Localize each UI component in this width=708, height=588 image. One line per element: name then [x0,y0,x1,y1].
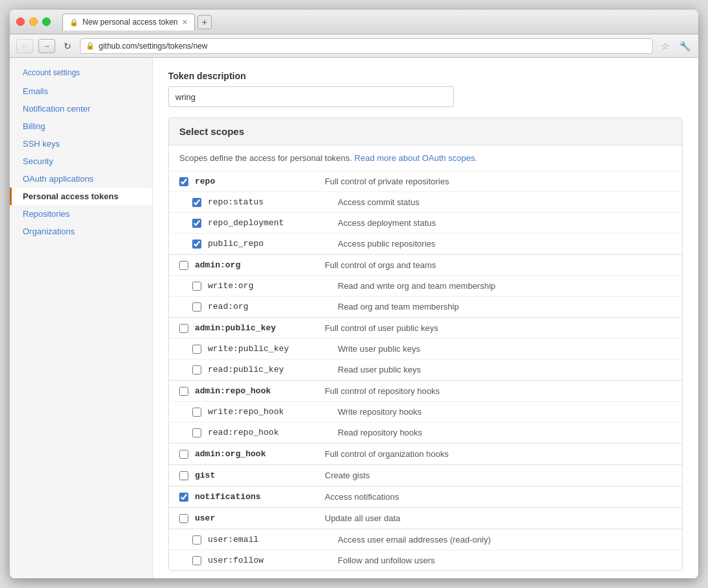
sidebar-item-account-settings[interactable]: Account settings [10,64,152,82]
scopes-header-title: Select scopes [179,126,244,137]
scope-checkbox-notifications[interactable] [179,493,188,502]
browser-window: 🔒 New personal access token ✕ + ← → ↻ 🔒 … [10,10,698,578]
scope-row-user-follow: user:follow Follow and unfollow users [169,550,682,570]
scope-desc-admin-public-key: Full control of user public keys [325,323,672,333]
back-button[interactable]: ← [16,39,33,53]
scope-row-repo-deployment: repo_deployment Access deployment status [169,213,682,234]
scope-checkbox-admin-repo-hook[interactable] [179,387,188,396]
minimize-button[interactable] [29,18,38,26]
scope-desc-user-follow: Follow and unfollow users [338,556,672,565]
scope-checkbox-write-public-key[interactable] [192,345,201,354]
scope-name-admin-repo-hook: admin:repo_hook [195,386,325,396]
scope-name-public-repo: public_repo [208,239,338,249]
sidebar-item-personal-access-tokens[interactable]: Personal access tokens [10,188,152,205]
scopes-learn-more-link[interactable]: Read more about OAuth scopes. [355,153,477,163]
scope-name-read-repo-hook: read:repo_hook [208,428,338,437]
refresh-button[interactable]: ↻ [60,39,75,53]
scope-row-read-repo-hook: read:repo_hook Read repository hooks [169,423,682,444]
scopes-header: Select scopes [169,118,682,145]
sidebar-item-security[interactable]: Security [10,153,152,170]
titlebar: 🔒 New personal access token ✕ + [10,10,698,34]
sidebar-item-oauth-applications[interactable]: OAuth applications [10,170,152,188]
scope-row-user-email: user:email Access user email addresses (… [169,530,682,550]
scope-row-notifications: notifications Access notifications [169,487,682,508]
url-text: github.com/settings/tokens/new [99,42,207,51]
scope-checkbox-admin-org[interactable] [179,261,188,270]
scope-checkbox-user-follow[interactable] [192,556,201,565]
scope-checkbox-read-repo-hook[interactable] [192,428,201,437]
token-description-section: Token description [168,71,683,107]
scope-name-user: user [195,513,325,523]
traffic-lights [16,18,51,26]
scope-row-gist: gist Create gists [169,465,682,487]
scope-checkbox-read-public-key[interactable] [192,365,201,374]
scope-desc-repo-deployment: Access deployment status [338,218,672,228]
sidebar-item-repositories[interactable]: Repositories [10,205,152,223]
new-tab-button[interactable]: + [197,15,212,29]
scope-name-repo: repo [195,177,325,186]
scope-name-write-public-key: write:public_key [208,344,338,354]
scope-row-read-org: read:org Read org and team membership [169,297,682,318]
bookmark-icon[interactable]: ☆ [658,39,672,53]
tab-bar: 🔒 New personal access token ✕ + [62,14,692,31]
tab-page-icon: 🔒 [70,18,79,27]
scope-desc-write-org: Read and write org and team membership [338,281,672,291]
scope-row-repo: repo Full control of private repositorie… [169,171,682,192]
scope-checkbox-admin-public-key[interactable] [179,324,188,333]
scope-desc-write-repo-hook: Write repository hooks [338,407,672,417]
scope-row-admin-repo-hook: admin:repo_hook Full control of reposito… [169,381,682,402]
scope-row-repo-status: repo:status Access commit status [169,192,682,213]
browser-tab[interactable]: 🔒 New personal access token ✕ [62,14,195,31]
scope-desc-read-repo-hook: Read repository hooks [338,428,672,437]
scope-desc-user-email: Access user email addresses (read-only) [338,535,672,545]
scope-desc-gist: Create gists [325,471,672,480]
close-button[interactable] [16,18,25,26]
scope-row-user: user Update all user data [169,508,682,530]
scope-checkbox-read-org[interactable] [192,302,201,312]
scope-checkbox-gist[interactable] [179,471,188,480]
sidebar-item-organizations[interactable]: Organizations [10,223,152,240]
url-bar[interactable]: 🔒 github.com/settings/tokens/new [80,38,653,54]
scope-checkbox-user-email[interactable] [192,535,201,545]
scope-checkbox-write-org[interactable] [192,282,201,291]
scope-checkbox-repo-deployment[interactable] [192,219,201,228]
scope-desc-user: Update all user data [325,513,672,523]
scope-name-admin-org: admin:org [195,260,325,270]
scope-desc-public-repo: Access public repositories [338,239,672,249]
sidebar-item-notification-center[interactable]: Notification center [10,100,152,117]
scope-checkbox-repo-status[interactable] [192,198,201,207]
main-content: Token description Select scopes Scopes d… [153,58,698,578]
scope-checkbox-write-repo-hook[interactable] [192,408,201,417]
scope-checkbox-repo[interactable] [179,177,188,186]
scope-row-write-org: write:org Read and write org and team me… [169,276,682,297]
scope-checkbox-public-repo[interactable] [192,239,201,249]
scope-checkbox-admin-org-hook[interactable] [179,450,188,459]
scope-row-write-repo-hook: write:repo_hook Write repository hooks [169,402,682,423]
scopes-description-text: Scopes define the access for personal to… [179,153,352,163]
scope-checkbox-user[interactable] [179,514,188,523]
scope-name-user-follow: user:follow [208,556,338,565]
scope-name-notifications: notifications [195,492,325,502]
scope-name-write-org: write:org [208,281,338,291]
forward-button[interactable]: → [38,39,55,53]
scope-name-user-email: user:email [208,535,338,545]
scope-name-write-repo-hook: write:repo_hook [208,407,338,417]
scopes-description: Scopes define the access for personal to… [169,145,682,171]
scope-row-admin-org: admin:org Full control of orgs and teams [169,255,682,276]
sidebar-item-emails[interactable]: Emails [10,82,152,100]
scope-row-read-public-key: read:public_key Read user public keys [169,360,682,381]
scope-row-write-public-key: write:public_key Write user public keys [169,339,682,360]
sidebar-item-ssh-keys[interactable]: SSH keys [10,135,152,153]
maximize-button[interactable] [42,18,51,26]
scope-desc-repo-status: Access commit status [338,197,672,207]
token-description-input[interactable] [168,86,454,107]
settings-icon[interactable]: 🔧 [677,39,692,53]
scope-row-public-repo: public_repo Access public repositories [169,234,682,255]
lock-icon: 🔒 [86,42,95,50]
scope-name-read-org: read:org [208,302,338,312]
scope-desc-read-public-key: Read user public keys [338,365,672,374]
scope-name-read-public-key: read:public_key [208,365,338,374]
tab-close-icon[interactable]: ✕ [182,18,188,27]
scope-row-admin-public-key: admin:public_key Full control of user pu… [169,318,682,339]
sidebar-item-billing[interactable]: Billing [10,117,152,135]
